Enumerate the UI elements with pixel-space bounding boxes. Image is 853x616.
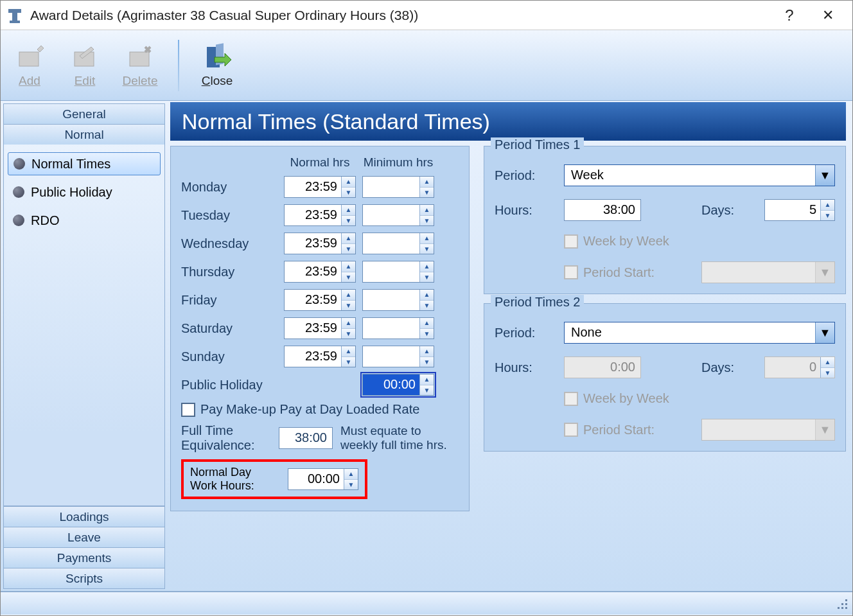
normal-hrs-friday[interactable]: 23:59▲▼ [284, 289, 356, 311]
svg-rect-3 [19, 52, 39, 66]
period-column: Period Times 1 Period: Week ▼ Hours: 38:… [484, 146, 846, 511]
period2-hours-input: 0:00 [564, 356, 641, 378]
delete-button: Delete [118, 43, 163, 88]
period1-period-label: Period: [495, 168, 552, 183]
period1-period-select[interactable]: Week ▼ [564, 164, 835, 186]
fte-input[interactable]: 38:00 [279, 427, 333, 449]
sidebar-item-scripts[interactable]: Scripts [3, 568, 165, 589]
period1-days-input[interactable]: 5▲▼ [764, 199, 835, 221]
min-hrs-saturday[interactable]: ▲▼ [362, 317, 434, 339]
close-icon [203, 43, 231, 71]
toolbar-separator [178, 40, 179, 91]
period2-days-input: 0▲▼ [764, 356, 835, 378]
sidebar-top: General Normal [3, 103, 165, 145]
min-hrs-tuesday[interactable]: ▲▼ [362, 204, 434, 226]
day-label: Sunday [181, 349, 277, 364]
period2-periodstart-checkbox [564, 423, 578, 437]
edit-icon [71, 43, 99, 71]
fte-label: Full Time Equivalence: [181, 423, 271, 453]
edit-label: Edit [75, 74, 96, 88]
period2-weekbyweek-checkbox [564, 392, 578, 406]
spin-up-icon[interactable]: ▲ [420, 177, 434, 188]
min-hrs-monday[interactable]: ▲▼ [362, 176, 434, 198]
min-hrs-sunday[interactable]: ▲▼ [362, 346, 434, 367]
sidebar-tree: Normal Times Public Holiday RDO [3, 145, 165, 506]
sidebar-bottom: Loadings Leave Payments Scripts [3, 506, 165, 588]
status-bar [1, 592, 852, 615]
period2-periodstart-row: Period Start: [564, 423, 690, 437]
makeup-pay-checkbox[interactable] [181, 403, 195, 417]
fte-note: Must equate to weekly full time hrs. [340, 424, 450, 452]
chevron-down-icon[interactable]: ▼ [815, 322, 834, 343]
normal-hrs-monday[interactable]: 23:59▲▼ [284, 176, 356, 198]
content: Normal hrs Minimum hrs Monday 23:59▲▼ ▲▼… [170, 146, 846, 511]
min-hrs-public-holiday[interactable]: 00:00▲▼ [362, 374, 434, 396]
sidebar-item-payments[interactable]: Payments [3, 547, 165, 568]
tree-item-rdo[interactable]: RDO [8, 209, 161, 232]
bullet-icon [13, 186, 24, 198]
sidebar-item-normal[interactable]: Normal [3, 124, 165, 145]
day-label: Monday [181, 180, 277, 195]
sidebar-item-general[interactable]: General [3, 103, 165, 125]
svg-rect-2 [10, 21, 20, 23]
period1-weekbyweek-checkbox [564, 234, 578, 249]
titlebar: Award Details (Agrimaster 38 Casual Supe… [1, 1, 852, 30]
period2-periodstart-label: Period Start: [583, 423, 655, 437]
tree-item-normal-times[interactable]: Normal Times [8, 152, 161, 175]
period-times-2: Period Times 2 Period: None ▼ Hours: 0:0… [484, 303, 846, 452]
svg-rect-0 [8, 9, 21, 13]
normal-day-label: Normal Day Work Hours: [190, 466, 280, 493]
normal-day-highlight: Normal Day Work Hours: 00:00▲▼ [181, 459, 367, 499]
delete-label: Delete [123, 74, 158, 88]
toolbar: Add Edit Delete Close [1, 30, 852, 101]
period2-hours-label: Hours: [495, 360, 552, 375]
period1-periodstart-checkbox [564, 265, 578, 279]
normal-hrs-saturday[interactable]: 23:59▲▼ [284, 317, 356, 339]
spin-down-icon[interactable]: ▼ [420, 188, 434, 198]
period1-legend: Period Times 1 [491, 137, 584, 152]
normal-hrs-thursday[interactable]: 23:59▲▼ [284, 261, 356, 283]
tree-label: Normal Times [31, 157, 110, 172]
period1-weekbyweek-row: Week by Week [564, 234, 690, 249]
period2-weekbyweek-row: Week by Week [564, 391, 690, 406]
page-title: Normal Times (Standard Times) [170, 102, 846, 141]
body: General Normal Normal Times Public Holid… [1, 101, 852, 592]
period2-period-label: Period: [495, 326, 552, 340]
resize-grip-icon[interactable] [836, 597, 849, 610]
add-button: Add [7, 43, 52, 88]
add-label: Add [19, 74, 40, 88]
min-hrs-wednesday[interactable]: ▲▼ [362, 233, 434, 254]
day-hours-grid: Normal hrs Minimum hrs Monday 23:59▲▼ ▲▼… [181, 155, 459, 396]
tree-label: RDO [31, 213, 59, 228]
window-title: Award Details (Agrimaster 38 Casual Supe… [30, 8, 770, 23]
period1-hours-input[interactable]: 38:00 [564, 199, 641, 221]
chevron-down-icon[interactable]: ▼ [815, 165, 834, 186]
period1-periodstart-select: ▼ [701, 261, 835, 283]
normal-hrs-sunday[interactable]: 23:59▲▼ [284, 346, 356, 367]
normal-day-input[interactable]: 00:00▲▼ [288, 468, 358, 490]
spin-up-icon[interactable]: ▲ [342, 177, 355, 188]
sidebar-item-leave[interactable]: Leave [3, 527, 165, 548]
col-header-min: Minimum hrs [362, 155, 434, 170]
min-hrs-friday[interactable]: ▲▼ [362, 289, 434, 311]
period2-period-select[interactable]: None ▼ [564, 322, 835, 344]
normal-hrs-wednesday[interactable]: 23:59▲▼ [284, 233, 356, 254]
add-icon [15, 43, 44, 71]
day-label: Thursday [181, 265, 277, 279]
close-tool-button[interactable]: Close [195, 43, 240, 88]
bullet-icon [13, 215, 24, 226]
day-hours-panel: Normal hrs Minimum hrs Monday 23:59▲▼ ▲▼… [170, 146, 470, 511]
tree-item-public-holiday[interactable]: Public Holiday [8, 180, 161, 204]
spin-down-icon[interactable]: ▼ [342, 188, 355, 198]
close-button[interactable]: ✕ [809, 3, 847, 28]
normal-hrs-tuesday[interactable]: 23:59▲▼ [284, 204, 356, 226]
period2-legend: Period Times 2 [491, 295, 584, 310]
period2-days-label: Days: [701, 360, 753, 375]
help-button[interactable]: ? [770, 3, 809, 28]
app-icon [6, 6, 24, 24]
delete-icon [126, 43, 154, 71]
makeup-pay-checkbox-row: Pay Make-up Pay at Day Loaded Rate [181, 402, 459, 417]
min-hrs-thursday[interactable]: ▲▼ [362, 261, 434, 283]
sidebar-item-loadings[interactable]: Loadings [3, 506, 165, 527]
period1-periodstart-label: Period Start: [583, 265, 655, 280]
